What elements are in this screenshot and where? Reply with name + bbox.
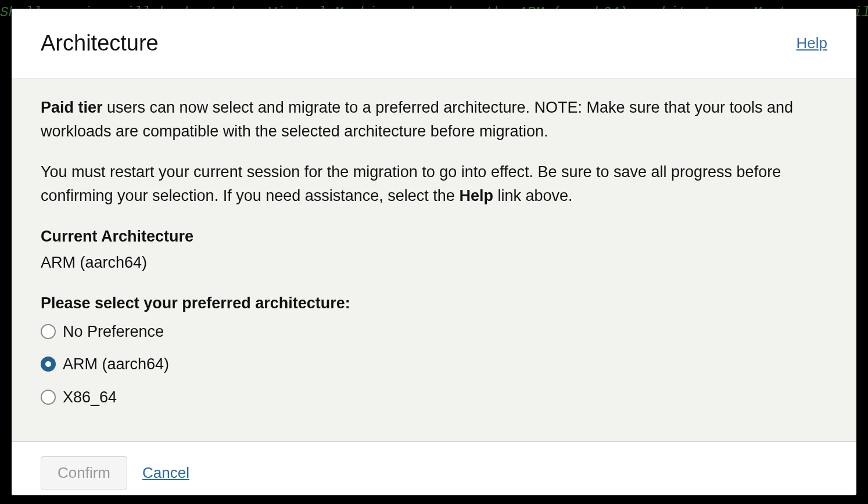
radio-icon bbox=[41, 357, 56, 372]
cancel-link[interactable]: Cancel bbox=[142, 464, 189, 482]
current-architecture-value: ARM (aarch64) bbox=[41, 251, 827, 275]
architecture-radio-group: No Preference ARM (aarch64) X86_64 bbox=[41, 320, 827, 409]
p2-before: You must restart your current session fo… bbox=[41, 163, 781, 204]
help-bold: Help bbox=[459, 187, 493, 204]
help-link[interactable]: Help bbox=[797, 34, 827, 52]
select-architecture-label: Please select your preferred architectur… bbox=[41, 291, 827, 315]
p2-after: link above. bbox=[493, 187, 573, 204]
radio-label: No Preference bbox=[63, 320, 164, 344]
info-paragraph-1: Paid tier users can now select and migra… bbox=[41, 96, 827, 143]
radio-icon bbox=[41, 324, 56, 339]
modal-footer: Confirm Cancel bbox=[12, 441, 856, 495]
radio-icon bbox=[41, 390, 56, 405]
modal-body: Paid tier users can now select and migra… bbox=[12, 78, 856, 441]
radio-label: X86_64 bbox=[63, 386, 117, 409]
current-architecture-label: Current Architecture bbox=[41, 225, 827, 249]
radio-option-x86[interactable]: X86_64 bbox=[41, 386, 827, 409]
modal-header: Architecture Help bbox=[12, 9, 856, 78]
radio-label: ARM (aarch64) bbox=[63, 352, 169, 376]
modal-title: Architecture bbox=[41, 31, 159, 56]
architecture-modal: Architecture Help Paid tier users can no… bbox=[12, 9, 856, 495]
radio-option-no-preference[interactable]: No Preference bbox=[41, 320, 827, 344]
radio-option-arm[interactable]: ARM (aarch64) bbox=[41, 352, 827, 376]
info-paragraph-2: You must restart your current session fo… bbox=[41, 160, 827, 207]
confirm-button[interactable]: Confirm bbox=[41, 456, 127, 489]
paid-tier-bold: Paid tier bbox=[41, 99, 103, 116]
p1-rest: users can now select and migrate to a pr… bbox=[41, 99, 793, 140]
